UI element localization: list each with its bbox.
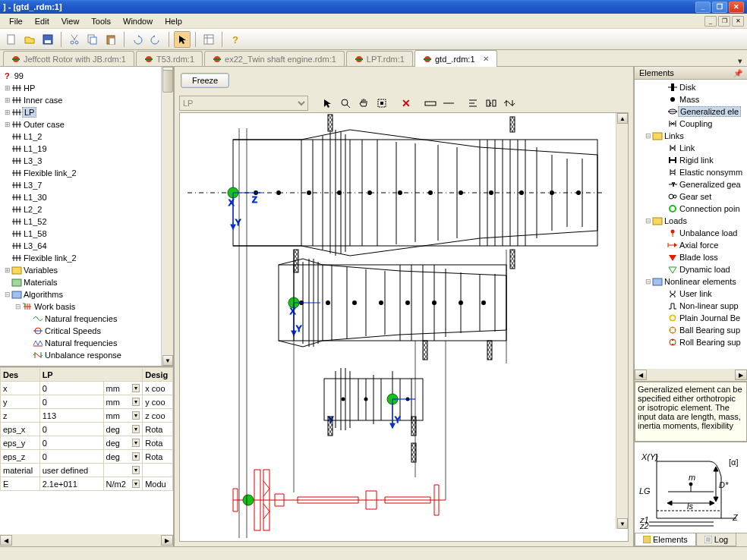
mdi-restore-button[interactable]: ❐ xyxy=(718,16,730,27)
element-item[interactable]: Gear set xyxy=(636,190,745,203)
element-item[interactable]: ⊟Loads xyxy=(636,215,745,227)
elements-tree[interactable]: DiskMassGeneralized eleCoupling⊟LinksLin… xyxy=(635,80,747,369)
minimize-button[interactable]: _ xyxy=(695,2,711,13)
property-row[interactable]: eps_y0deg▾Rota xyxy=(1,436,173,450)
tree-item[interactable]: Flexible link_2 xyxy=(3,167,170,179)
menu-window[interactable]: Window xyxy=(117,15,159,27)
canvas-vscrollbar[interactable]: ▲ ▼ xyxy=(616,113,628,529)
tree-item[interactable]: L1_19 xyxy=(3,143,170,155)
open-button[interactable] xyxy=(21,31,38,48)
view1-button[interactable] xyxy=(422,96,439,111)
element-item[interactable]: User link xyxy=(636,288,745,300)
tree-item[interactable]: Unbalance response xyxy=(3,349,170,361)
tree-item[interactable]: L3_64 xyxy=(3,240,170,252)
tree-item[interactable]: ⊞LP xyxy=(3,106,170,118)
element-item[interactable]: Dynamic load xyxy=(636,263,745,275)
tree-root-label[interactable]: 99 xyxy=(13,71,25,80)
align-button[interactable] xyxy=(465,96,481,111)
select-mode-button[interactable] xyxy=(174,31,191,48)
menu-tools[interactable]: Tools xyxy=(85,15,117,27)
tree-item[interactable]: ⊞Outer case xyxy=(3,118,170,131)
spring-view-button[interactable] xyxy=(483,96,500,111)
close-button[interactable]: ✕ xyxy=(729,2,744,13)
tree-item[interactable]: L1_52 xyxy=(3,216,170,228)
tree-item[interactable]: ⊞HP xyxy=(3,82,170,94)
tree-item[interactable]: Natural frequencies xyxy=(3,337,170,349)
tab-lpt[interactable]: LPT.rdm:1 xyxy=(346,51,413,66)
tab-log[interactable]: Log xyxy=(696,533,736,546)
tree-item[interactable]: ⊞Inner case xyxy=(3,94,170,106)
tree-scrollbar[interactable]: ▲ ▼ xyxy=(161,67,173,366)
unit-dropdown[interactable]: ▾ xyxy=(132,452,140,461)
property-table[interactable]: Des LP Desig x0mm▾x cooy0mm▾y cooz113mm▾… xyxy=(0,367,173,534)
tab-elements[interactable]: Elements xyxy=(635,533,696,546)
unit-dropdown[interactable]: ▾ xyxy=(132,480,140,488)
property-row[interactable]: x0mm▾x coo xyxy=(1,382,173,395)
mdi-close-button[interactable]: ✕ xyxy=(732,16,744,27)
property-row[interactable]: z113mm▾z coo xyxy=(1,409,173,423)
tabs-dropdown[interactable]: ▾ xyxy=(733,56,747,66)
element-item[interactable]: ⊟Links xyxy=(636,130,745,142)
left-hscrollbar[interactable]: ◀▶ xyxy=(0,534,173,546)
tab-ex22[interactable]: ex22_Twin shaft engine.rdm:1 xyxy=(204,51,345,66)
save-button[interactable] xyxy=(39,31,56,48)
element-item[interactable]: Unbalance load xyxy=(636,227,745,239)
unit-dropdown[interactable]: ▾ xyxy=(132,439,140,447)
help-button[interactable]: ? xyxy=(227,31,244,48)
tree-item[interactable]: Natural frequencies xyxy=(3,313,170,325)
element-item[interactable]: Generalized ele xyxy=(636,105,745,118)
property-row[interactable]: eps_z0deg▾Rota xyxy=(1,450,173,464)
pin-icon[interactable]: 📌 xyxy=(733,69,742,77)
tree-item[interactable]: L1_2 xyxy=(3,131,170,143)
fit-tool-button[interactable] xyxy=(374,96,390,111)
zoom-tool-button[interactable] xyxy=(337,96,354,111)
freeze-button[interactable]: Freeze xyxy=(181,73,229,88)
subsystem-select[interactable]: LP xyxy=(179,96,308,111)
model-canvas[interactable]: YZX YX YY xyxy=(179,112,629,542)
tree-item[interactable]: Materials xyxy=(3,276,170,288)
element-item[interactable]: Mass xyxy=(636,93,745,105)
menu-file[interactable]: File xyxy=(3,15,29,27)
element-item[interactable]: Ball Bearing sup xyxy=(636,324,745,336)
tree-item[interactable]: ⊞Variables xyxy=(3,264,170,276)
tree-item[interactable]: L2_2 xyxy=(3,203,170,216)
copy-button[interactable] xyxy=(84,31,101,48)
tree-item[interactable]: L3_7 xyxy=(3,179,170,191)
properties-button[interactable] xyxy=(200,31,217,48)
element-item[interactable]: Non-linear supp xyxy=(636,300,745,312)
tree-item[interactable]: Critical Speeds xyxy=(3,325,170,337)
tree-item[interactable]: Flexible link_2 xyxy=(3,252,170,264)
tab-jeffcott[interactable]: Jeffcott Rotor with JB.rdm:1 xyxy=(3,51,134,66)
scroll-down-icon[interactable]: ▼ xyxy=(617,518,628,529)
tab-close-icon[interactable]: ✕ xyxy=(483,55,489,63)
property-row[interactable]: materialuser defined▾ xyxy=(1,464,173,477)
scroll-down-icon[interactable]: ▼ xyxy=(162,355,173,366)
scroll-thumb[interactable] xyxy=(162,70,173,93)
cut-button[interactable] xyxy=(66,31,83,48)
mode-view-button[interactable] xyxy=(501,96,518,111)
tree-item[interactable]: L1_58 xyxy=(3,228,170,240)
undo-button[interactable] xyxy=(129,31,146,48)
scroll-left-icon[interactable]: ◀ xyxy=(0,535,12,546)
unit-dropdown[interactable]: ▾ xyxy=(132,384,140,392)
maximize-button[interactable]: ❐ xyxy=(712,2,727,13)
elements-hscrollbar[interactable]: ◀▶ xyxy=(635,369,747,381)
pan-tool-button[interactable] xyxy=(355,96,372,111)
unit-dropdown[interactable]: ▾ xyxy=(132,425,140,433)
new-button[interactable] xyxy=(3,31,20,48)
property-row[interactable]: y0mm▾y coo xyxy=(1,395,173,409)
model-tree[interactable]: ?99 ⊞HP⊞Inner case⊞LP⊞Outer caseL1_2L1_1… xyxy=(0,67,173,367)
element-item[interactable]: Roll Bearing sup xyxy=(636,336,745,348)
unit-dropdown[interactable]: ▾ xyxy=(132,466,140,474)
unit-dropdown[interactable]: ▾ xyxy=(132,398,140,406)
tree-item[interactable]: ⊟Algorithms xyxy=(3,288,170,300)
menu-view[interactable]: View xyxy=(55,15,86,27)
element-item[interactable]: Axial force xyxy=(636,239,745,251)
pointer-tool-button[interactable] xyxy=(319,96,336,111)
menu-help[interactable]: Help xyxy=(159,15,188,27)
delete-button[interactable]: ✕ xyxy=(398,96,414,111)
mdi-minimize-button[interactable]: _ xyxy=(704,16,717,27)
element-item[interactable]: Coupling xyxy=(636,118,745,130)
element-item[interactable]: Plain Journal Be xyxy=(636,312,745,324)
paste-button[interactable] xyxy=(102,31,119,48)
